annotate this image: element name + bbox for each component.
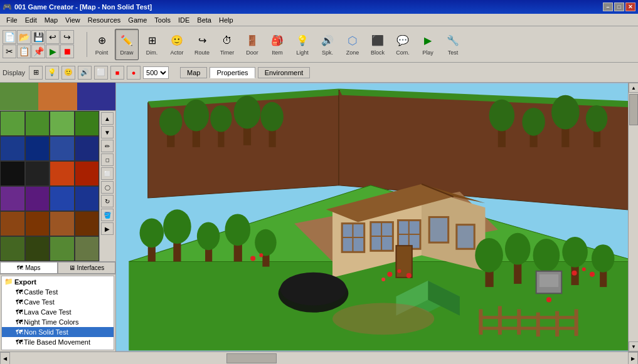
tool-select-rect[interactable]: ⬜ [101,167,114,180]
tb-cut[interactable]: ✂ [3,44,16,58]
tile-blue2[interactable] [25,136,50,161]
scrollbar-down-btn[interactable]: ▼ [629,341,638,351]
tree-castle-test[interactable]: 🗺 Castle Test [2,287,114,297]
tool-rotate[interactable]: ↻ [101,195,114,207]
tb-stop[interactable]: ⏹ [60,44,74,58]
menu-game[interactable]: Game [124,15,151,25]
menu-view[interactable]: View [61,15,84,25]
tile-grid[interactable] [0,111,99,261]
close-button[interactable]: ✕ [625,3,635,11]
tile-dkgrass3[interactable] [50,236,75,261]
menu-edit[interactable]: Edit [21,15,41,25]
tile-dkgrass4[interactable] [75,236,100,261]
tile-red2[interactable] [75,161,100,186]
tool-fill[interactable]: 🪣 [101,209,114,221]
tool-erase[interactable]: ◻ [101,153,114,166]
zone-tool[interactable]: ⬡ Zone [341,29,364,60]
display-btn-actor[interactable]: 🙂 [61,66,75,80]
tab-properties[interactable]: Properties [210,67,255,78]
route-tool[interactable]: ↪ Route [190,29,214,60]
timer-tool[interactable]: ⏱ Timer [215,29,239,60]
tool-arrow-down[interactable]: ▼ [101,126,114,138]
com-tool[interactable]: 💬 Com. [391,29,415,60]
tile-blue6[interactable] [75,186,100,211]
tree-tile-based[interactable]: 🗺 Tile Based Movement [2,337,114,347]
tile-blue3[interactable] [50,136,75,161]
tab-environment[interactable]: Environment [258,67,311,78]
tb-new[interactable]: 📄 [3,30,16,44]
tile-blue4[interactable] [75,136,100,161]
tool-arrow-right[interactable]: ▶ [101,222,114,235]
tb-play[interactable]: ▶ [46,44,60,58]
tile-brown3[interactable] [50,211,75,236]
left-tab-interfaces[interactable]: 🖥 Interfaces [58,262,115,274]
tree-night-time[interactable]: 🗺 Night Time Colors [2,317,114,327]
display-btn-grid[interactable]: ⊞ [29,66,43,80]
block-tool[interactable]: ⬛ Block [366,29,390,60]
point-tool[interactable]: ⊕ Point [90,29,114,60]
menu-beta[interactable]: Beta [193,15,215,25]
menu-help[interactable]: Help [215,15,237,25]
display-btn-circle[interactable]: ● [127,66,141,80]
tb-undo[interactable]: ↩ [46,30,60,44]
minimize-button[interactable]: – [603,3,613,11]
h-scrollbar-track[interactable] [10,352,628,364]
h-scroll-right[interactable]: ▶ [628,352,638,364]
vertical-scrollbar[interactable]: ▲ ▼ [628,83,638,351]
tile-purple2[interactable] [25,186,50,211]
tree-view[interactable]: 📁 Export 🗺 Castle Test 🗺 Cave Test 🗺 Lav… [1,276,114,350]
tool-arrow-up[interactable]: ▲ [101,112,114,125]
play-tool[interactable]: ▶ Play [416,29,440,60]
scrollbar-up-btn[interactable]: ▲ [629,83,638,93]
left-tab-maps[interactable]: 🗺 Maps [0,262,58,274]
tile-dkgrass1[interactable] [0,236,25,261]
tree-cave-test[interactable]: 🗺 Cave Test [2,297,114,307]
tile-brown4[interactable] [75,211,100,236]
tb-open[interactable]: 📂 [17,30,31,44]
tab-map[interactable]: Map [180,67,207,78]
display-btn-sound[interactable]: 🔊 [78,66,92,80]
h-scroll-left[interactable]: ◀ [0,352,10,364]
h-scrollbar-thumb[interactable] [226,353,277,363]
display-btn-light[interactable]: 💡 [45,66,59,80]
tool-draw[interactable]: ✏ [101,140,114,152]
tile-dkgrass2[interactable] [25,236,50,261]
tile-brown2[interactable] [25,211,50,236]
item-tool[interactable]: 🎒 Item [265,29,289,60]
tile-grass2[interactable] [25,111,50,136]
maximize-button[interactable]: □ [614,3,624,11]
test-tool[interactable]: 🔧 Test [441,29,465,60]
tool-select-circle[interactable]: ◯ [101,181,114,194]
menu-ide[interactable]: IDE [174,15,193,25]
tile-purple1[interactable] [0,186,25,211]
dim-tool[interactable]: ⊞ Dim. [140,29,164,60]
menu-tools[interactable]: Tools [151,15,174,25]
display-btn-box[interactable]: ⬜ [94,66,108,80]
tb-save[interactable]: 💾 [31,30,45,44]
display-btn-color[interactable]: ■ [110,66,124,80]
actor-tool[interactable]: 🙂 Actor [165,29,189,60]
light-tool[interactable]: 💡 Light [290,29,314,60]
tb-redo[interactable]: ↪ [60,30,74,44]
menu-map[interactable]: Map [41,15,61,25]
spk-tool[interactable]: 🔊 Spk. [316,29,339,60]
tile-blue5[interactable] [50,186,75,211]
tree-export[interactable]: 📁 Export [2,276,114,287]
scrollbar-thumb[interactable] [629,94,638,125]
menu-file[interactable]: File [3,15,21,25]
tile-brown1[interactable] [0,211,25,236]
tile-black2[interactable] [25,161,50,186]
door-tool[interactable]: 🚪 Door [240,29,264,60]
map-viewport[interactable]: ▲ ▼ [116,83,638,351]
tile-blue1[interactable] [0,136,25,161]
tb-copy[interactable]: 📋 [17,44,31,58]
tile-grass[interactable] [0,111,25,136]
tile-red1[interactable] [50,161,75,186]
zoom-select[interactable]: 500 400 300 200 100 [143,66,169,79]
draw-tool[interactable]: ✏️ Draw [115,29,139,60]
menu-resources[interactable]: Resources [84,15,125,25]
tree-non-solid[interactable]: 🗺 Non Solid Test [2,327,114,337]
tile-grass4[interactable] [75,111,100,136]
tile-grass3[interactable] [50,111,75,136]
tree-lava-cave[interactable]: 🗺 Lava Cave Test [2,307,114,317]
